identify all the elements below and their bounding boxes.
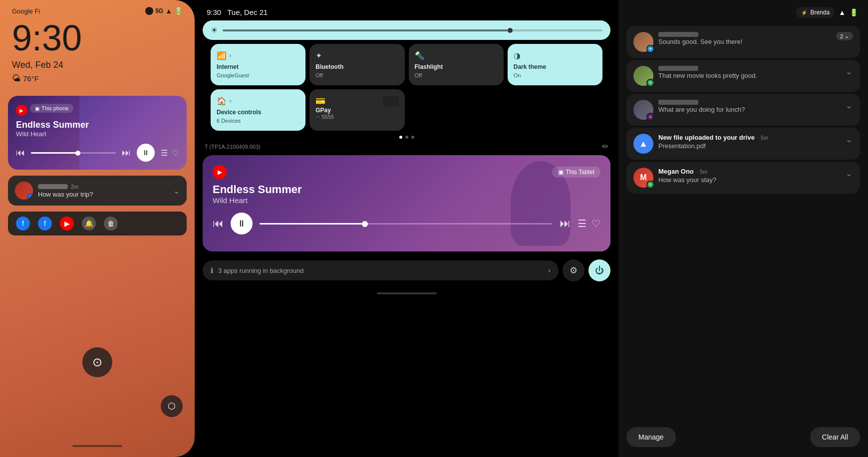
tablet-music-extra: ☰ ♡ <box>578 218 600 229</box>
tablet-power-button[interactable]: ⏻ <box>588 259 610 281</box>
home-indicator <box>72 445 122 447</box>
skip-next-button[interactable]: ⏭ <box>122 148 131 158</box>
youtube-music-icon: ▶ <box>16 105 27 116</box>
tablet-progress-bar[interactable] <box>260 223 553 225</box>
heart-icon[interactable]: ♡ <box>172 148 179 158</box>
tile-bluetooth[interactable]: ✦ Bluetooth Off <box>309 44 404 85</box>
music-progress-bar[interactable] <box>31 152 116 154</box>
chevron-right-icon-2: › <box>230 98 231 104</box>
notif-header-megan: Megan Ono · 5m <box>658 168 840 175</box>
notif-name-megan: Megan Ono <box>658 168 694 175</box>
edit-pencil-icon[interactable]: ✏ <box>602 142 608 151</box>
tablet-bottom-bar: ℹ 3 apps running in background › ⚙ ⏻ <box>195 251 618 287</box>
signal-icon: ▲ <box>165 7 172 15</box>
notif-card-florian[interactable]: ✉ That new movie looks pretty good. ⌄ <box>626 60 860 92</box>
tablet-home-bar <box>377 292 437 294</box>
notif-msg-suna: Sounds good. See you there! <box>658 38 831 45</box>
card-visual <box>383 96 399 106</box>
notifications-panel: ⚡ Brenda ▲ 🔋 ✦ Sounds good. See you ther… <box>618 0 868 457</box>
dot-3 <box>411 136 414 139</box>
tile-dark-theme[interactable]: ◑ Dark theme On <box>508 44 602 85</box>
notif-content-florian: That new movie looks pretty good. <box>658 66 840 79</box>
tile-flashlight[interactable]: 🔦 Flashlight Off <box>409 44 504 85</box>
bg-apps-pill[interactable]: ℹ 3 apps running in background › <box>203 260 559 280</box>
queue-icon[interactable]: ☰ <box>161 148 168 158</box>
dark-theme-icon: ◑ <box>514 51 596 60</box>
count-number: 2 <box>840 33 843 39</box>
fingerprint-button[interactable]: ⊙ <box>82 347 112 377</box>
expand-button-florian[interactable]: ⌄ <box>845 66 853 77</box>
tablet-progress-thumb[interactable] <box>362 221 368 227</box>
this-tablet-badge: ▣ This Tablet <box>552 167 600 178</box>
clear-all-button[interactable]: Clear All <box>810 427 860 447</box>
monitor-icon: ▣ <box>35 106 39 111</box>
expand-button-megan[interactable]: ⌄ <box>845 168 853 179</box>
tile-device-controls[interactable]: 🏠 › Device controls 6 Devices <box>211 89 305 131</box>
phone-status-bar: Google Fi 5G ▲ 🔋 <box>0 0 195 15</box>
tablet-home-indicator <box>195 287 618 301</box>
brightness-thumb[interactable] <box>508 28 513 33</box>
notif-card-suna[interactable]: ✦ Sounds good. See you there! 2 ⌄ <box>626 26 860 58</box>
notif-card-megan[interactable]: M ✉ Megan Ono · 5m How was your stay? ⌄ <box>626 162 860 194</box>
notif-count-badge-suna: 2 ⌄ <box>836 32 853 40</box>
play-pause-button[interactable]: ⏸ <box>137 144 155 162</box>
notif-expand-button[interactable]: ⌄ <box>173 186 180 196</box>
tablet-panel: 9:30 Tue, Dec 21 ☀ 📶 › Internet GoogleGu… <box>195 0 618 457</box>
recents-button[interactable]: ⬡ <box>161 395 183 417</box>
tablet-play-pause-button[interactable]: ⏸ <box>231 213 253 234</box>
notif-card-drive[interactable]: ▲ New file uploaded to your drive · 5m P… <box>626 128 860 160</box>
tablet-music-card[interactable]: ▶ ▣ This Tablet Endless Summer Wild Hear… <box>203 155 610 251</box>
phone-music-title: Endless Summer <box>16 120 179 130</box>
notif-name-suna <box>658 32 698 37</box>
tablet-settings-button[interactable]: ⚙ <box>563 259 584 281</box>
tile-gpay[interactable]: 💳 GPay ··· 5555 <box>309 89 404 131</box>
tablet-time: 9:30 <box>207 8 221 16</box>
monitor-icon-2: ▣ <box>558 169 564 176</box>
manage-button[interactable]: Manage <box>626 427 676 447</box>
notif-app-badge <box>27 194 33 200</box>
notif-card-patrick[interactable]: # What are you doing for lunch? ⌄ <box>626 94 860 126</box>
expand-button-drive[interactable]: ⌄ <box>845 134 853 145</box>
trash-icon[interactable]: 🗑 <box>104 217 118 230</box>
messages-badge-florian: ✉ <box>646 79 654 87</box>
phone-music-artist: Wild Heart <box>16 130 179 138</box>
notif-msg-florian: That new movie looks pretty good. <box>658 72 840 79</box>
bluetooth-icon: ✦ <box>315 51 398 60</box>
tablet-skip-prev-button[interactable]: ⏮ <box>213 217 224 230</box>
tile-device-controls-sublabel: 6 Devices <box>217 118 299 124</box>
facebook-messenger-icon[interactable]: f <box>38 217 52 230</box>
tablet-skip-next-button[interactable]: ⏭ <box>560 217 571 230</box>
music-progress-fill <box>31 152 78 154</box>
tile-dark-theme-sublabel: On <box>514 72 596 78</box>
skip-prev-button[interactable]: ⏮ <box>16 148 25 158</box>
notif-name-blurred <box>38 184 68 189</box>
tablet-music-artist: Wild Heart <box>213 196 600 205</box>
youtube-icon[interactable]: ▶ <box>60 217 74 230</box>
notif-header-patrick <box>658 100 840 105</box>
phone-status-icons: 5G ▲ 🔋 <box>145 7 183 15</box>
phone-notif-content: 2m How was your trip? <box>38 184 168 198</box>
tile-internet[interactable]: 📶 › Internet GoogleGuest <box>211 44 305 85</box>
facebook-icon[interactable]: f <box>16 217 30 230</box>
music-progress-thumb[interactable] <box>75 151 80 156</box>
bg-apps-chevron-icon: › <box>548 266 551 274</box>
messages-badge-megan: ✉ <box>646 181 654 189</box>
tile-internet-sublabel: GoogleGuest <box>217 72 299 78</box>
expand-button-patrick[interactable]: ⌄ <box>845 100 853 111</box>
phone-carrier: Google Fi <box>12 7 40 15</box>
dot-1 <box>399 136 402 139</box>
brightness-fill <box>223 29 508 31</box>
phone-music-card[interactable]: ▶ ▣ This phone Endless Summer Wild Heart… <box>8 96 187 170</box>
tablet-queue-icon[interactable]: ☰ <box>578 218 586 229</box>
user-brenda-pill: ⚡ Brenda <box>796 7 835 18</box>
tile-bluetooth-sublabel: Off <box>315 72 398 78</box>
phone-notification-card[interactable]: 2m How was your trip? ⌄ <box>8 176 187 206</box>
tablet-music-top: ▶ ▣ This Tablet <box>213 165 600 179</box>
this-phone-badge: ▣ This phone <box>30 104 73 113</box>
page-dots <box>195 131 618 142</box>
brightness-track[interactable] <box>223 29 602 31</box>
tablet-heart-icon[interactable]: ♡ <box>591 218 600 229</box>
phone-time: 9:30 <box>0 15 195 56</box>
brightness-slider-row[interactable]: ☀ <box>203 20 610 40</box>
notifications-icon[interactable]: 🔔 <box>82 217 96 230</box>
